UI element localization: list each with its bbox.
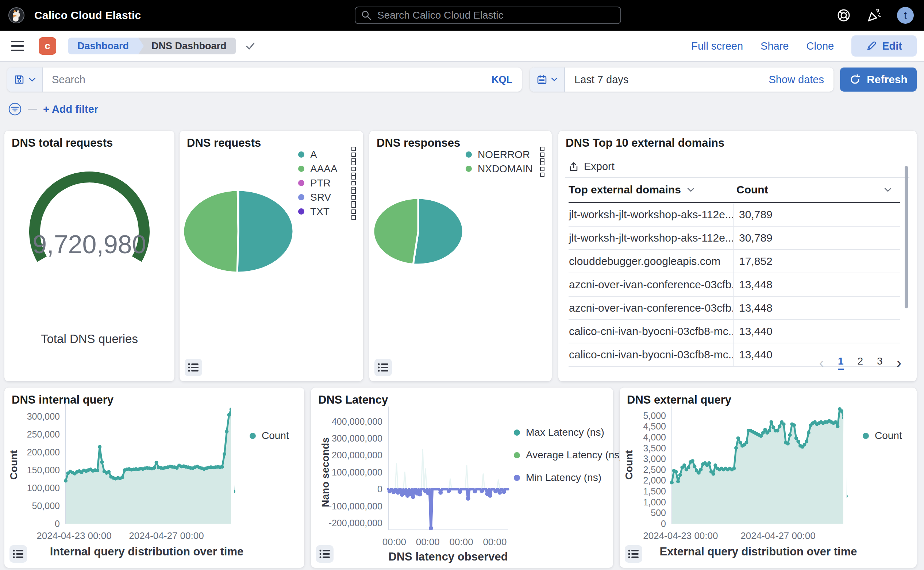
- panel-dns-total-requests: DNS total requests 9,720,980 Total DNS q…: [5, 131, 175, 382]
- panel-dns-requests: DNS requests AAAAAPTRSRVTXT: [179, 131, 363, 382]
- svg-text:1,500: 1,500: [643, 486, 666, 496]
- panel-list-icon[interactable]: [625, 545, 642, 563]
- next-page-button[interactable]: ›: [896, 355, 901, 370]
- count-cell[interactable]: 30,789: [734, 203, 900, 226]
- export-label: Export: [584, 161, 614, 173]
- svg-text:-200,000,000: -200,000,000: [329, 518, 382, 528]
- clone-button[interactable]: Clone: [806, 40, 834, 52]
- export-button[interactable]: Export: [568, 161, 614, 173]
- panel-dns-responses: DNS responses NOERRORNXDOMAIN: [369, 131, 552, 382]
- chevron-down-icon: [687, 187, 695, 192]
- show-dates-button[interactable]: Show dates: [769, 74, 824, 86]
- svg-text:400,000,000: 400,000,000: [332, 416, 382, 427]
- page-button-1[interactable]: 1: [838, 355, 844, 370]
- table-row[interactable]: clouddebugger.googleapis.com17,852: [568, 250, 900, 273]
- help-icon[interactable]: [837, 8, 851, 23]
- svg-text:300,000: 300,000: [27, 411, 60, 421]
- table-row[interactable]: azcni-over-ivan-conference-03cfb...13,44…: [568, 296, 900, 320]
- count-cell[interactable]: 30,789: [734, 226, 900, 250]
- header-actions: t: [837, 0, 914, 31]
- breadcrumb-dns-dashboard[interactable]: DNS Dashboard: [138, 38, 236, 54]
- dns-dashboard-app: Calico Cloud Elastic: [0, 0, 924, 570]
- list-icon: [12, 548, 25, 560]
- x-axis-title: External query distribution over time: [645, 545, 872, 558]
- domain-cell[interactable]: azcni-over-ivan-conference-03cfb...: [568, 273, 734, 296]
- menu-hamburger-icon[interactable]: [11, 41, 24, 51]
- svg-text:250,000: 250,000: [27, 429, 60, 439]
- panel-list-icon[interactable]: [316, 545, 334, 563]
- list-icon: [319, 548, 331, 560]
- user-avatar[interactable]: t: [897, 7, 914, 24]
- svg-text:4,000: 4,000: [643, 432, 666, 442]
- query-bar[interactable]: KQL: [7, 67, 522, 92]
- domain-cell[interactable]: calico-cni-ivan-byocni-03cfb8-mc...: [568, 343, 734, 366]
- global-search-input[interactable]: [377, 9, 614, 21]
- time-range-picker[interactable]: Last 7 days Show dates: [530, 67, 834, 92]
- domain-cell[interactable]: calico-cni-ivan-byocni-03cfb8-mc...: [568, 320, 734, 343]
- filter-divider: [28, 109, 37, 110]
- time-range-value[interactable]: Last 7 days: [575, 74, 628, 86]
- previous-page-button[interactable]: ‹: [819, 355, 824, 370]
- panel-list-icon[interactable]: [9, 545, 27, 563]
- breadcrumb-dashboard[interactable]: Dashboard: [68, 38, 138, 54]
- app-title: Calico Cloud Elastic: [34, 9, 141, 21]
- full-screen-button[interactable]: Full screen: [691, 40, 743, 52]
- column-header-domains[interactable]: Top external domains: [568, 184, 736, 196]
- svg-text:00:00: 00:00: [450, 536, 473, 547]
- refresh-button[interactable]: Refresh: [840, 67, 917, 92]
- add-filter-button[interactable]: + Add filter: [43, 103, 98, 115]
- x-axis-title: DNS latency observed: [346, 550, 550, 564]
- svg-text:2024-04-27 00:00: 2024-04-27 00:00: [740, 530, 815, 541]
- domain-cell[interactable]: clouddebugger.googleapis.com: [568, 250, 734, 273]
- panel-list-icon[interactable]: [374, 359, 392, 376]
- domain-cell[interactable]: azcni-over-ivan-conference-03cfb...: [568, 296, 734, 320]
- search-icon: [361, 10, 371, 20]
- calendar-icon: [536, 74, 547, 85]
- saved-query-menu[interactable]: [7, 67, 43, 92]
- internal-query-chart[interactable]: 300,000250,000200,000150,000100,00050,00…: [5, 388, 304, 568]
- domain-cell[interactable]: jlt-worksh-jlt-workshop-aks-112e...: [568, 226, 734, 250]
- domain-cell[interactable]: jlt-worksh-jlt-workshop-aks-112e...: [568, 203, 734, 226]
- panel-list-icon[interactable]: [185, 359, 202, 376]
- column-header-count[interactable]: Count: [736, 184, 895, 196]
- count-cell[interactable]: 13,448: [734, 273, 900, 296]
- list-icon: [377, 361, 389, 374]
- svg-text:100,000,000: 100,000,000: [332, 467, 382, 477]
- space-avatar[interactable]: c: [39, 37, 56, 55]
- count-cell[interactable]: 13,440: [734, 320, 900, 343]
- edit-button[interactable]: Edit: [851, 35, 917, 57]
- table-header-row: Top external domains Count: [568, 181, 895, 199]
- requests-pie-chart[interactable]: [179, 131, 363, 382]
- svg-text:4,500: 4,500: [643, 421, 666, 431]
- svg-text:0: 0: [377, 484, 382, 494]
- count-cell[interactable]: 13,448: [734, 296, 900, 320]
- table-row[interactable]: jlt-worksh-jlt-workshop-aks-112e...30,78…: [568, 226, 900, 250]
- page-button-3[interactable]: 3: [877, 355, 883, 370]
- svg-text:1,000: 1,000: [643, 497, 666, 507]
- export-icon: [568, 162, 579, 172]
- latency-chart[interactable]: 400,000,000300,000,000200,000,000100,000…: [311, 388, 613, 568]
- svg-text:2024-04-23 00:00: 2024-04-23 00:00: [37, 530, 111, 541]
- count-cell[interactable]: 17,852: [734, 250, 900, 273]
- responses-pie-chart[interactable]: [369, 131, 552, 382]
- kql-search-input[interactable]: [51, 74, 482, 86]
- gauge-caption: Total DNS queries: [5, 332, 175, 346]
- dashboard-nav-bar: c Dashboard DNS Dashboard Full screen Sh…: [0, 31, 924, 62]
- page-button-2[interactable]: 2: [858, 355, 863, 370]
- calendar-menu[interactable]: [530, 67, 565, 92]
- top-header-bar: Calico Cloud Elastic: [0, 0, 924, 31]
- external-query-chart[interactable]: 5,0004,5004,0003,5003,0002,5002,0001,500…: [620, 388, 917, 568]
- calico-logo-icon[interactable]: [8, 7, 25, 24]
- check-icon[interactable]: [244, 40, 257, 52]
- filter-row: + Add filter: [8, 102, 98, 116]
- table-row[interactable]: jlt-worksh-jlt-workshop-aks-112e...30,78…: [568, 203, 900, 226]
- kql-toggle[interactable]: KQL: [492, 74, 512, 86]
- table-scrollbar[interactable]: [905, 166, 908, 308]
- global-search-box[interactable]: [355, 6, 621, 24]
- table-row[interactable]: azcni-over-ivan-conference-03cfb...13,44…: [568, 273, 900, 296]
- filter-circle-icon[interactable]: [8, 102, 22, 116]
- share-button[interactable]: Share: [760, 40, 789, 52]
- table-row[interactable]: calico-cni-ivan-byocni-03cfb8-mc...13,44…: [568, 320, 900, 343]
- news-party-popper-icon[interactable]: [866, 8, 882, 23]
- panel-title: DNS Top 10 external domains: [565, 136, 724, 150]
